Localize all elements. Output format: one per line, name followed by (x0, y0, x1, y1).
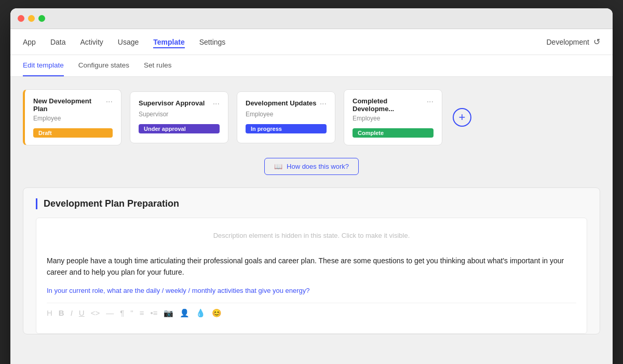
context-label: Development (547, 38, 590, 46)
toolbar-code-icon[interactable]: <> (91, 308, 100, 318)
stage-card-2[interactable]: Development Updates ··· Employee In prog… (237, 91, 335, 143)
nav-items: App Data Activity Usage Template Setting… (23, 36, 225, 48)
toolbar-ordered-list-icon[interactable]: ≡ (140, 308, 144, 318)
stage-title-0: New Development Plan (33, 97, 104, 113)
stage-title-3: Completed Developme... (353, 97, 425, 113)
nav-data[interactable]: Data (50, 36, 66, 48)
toolbar-hr-icon[interactable]: — (106, 308, 114, 318)
how-it-works-label: How does this work? (287, 163, 349, 170)
stage-dots-1[interactable]: ··· (213, 99, 220, 109)
stage-card-1[interactable]: Supervisor Approval ··· Supervisor Under… (130, 91, 228, 143)
nav-right: Development ↺ (547, 37, 601, 47)
stage-title-1: Supervisor Approval (139, 99, 211, 107)
toolbar-image-icon[interactable]: 📷 (164, 308, 173, 318)
sub-nav-edit-template[interactable]: Edit template (23, 55, 64, 76)
toolbar-bold-icon[interactable]: B (59, 308, 64, 318)
how-it-works-button[interactable]: 📖 How does this work? (264, 158, 359, 175)
stage-dots-3[interactable]: ··· (427, 97, 434, 106)
stage-badge-3: Complete (353, 128, 434, 138)
toolbar-underline-icon[interactable]: U (79, 308, 85, 318)
stages-row: New Development Plan ··· Employee Draft … (23, 89, 600, 145)
minimize-button[interactable] (28, 15, 35, 22)
sub-nav-set-rules[interactable]: Set rules (144, 55, 171, 76)
stage-badge-1: Under approval (139, 124, 220, 133)
panel-body-text: Many people have a tough time articulati… (47, 255, 576, 278)
refresh-icon[interactable]: ↺ (593, 37, 600, 47)
toolbar-italic-icon[interactable]: I (71, 308, 73, 318)
stage-dots-2[interactable]: ··· (320, 99, 327, 109)
toolbar-heading-icon[interactable]: H (47, 308, 52, 318)
stage-card-0[interactable]: New Development Plan ··· Employee Draft (23, 89, 121, 145)
stage-role-1: Supervisor (139, 111, 220, 118)
main-nav: App Data Activity Usage Template Setting… (10, 29, 613, 55)
stage-card-header-3: Completed Developme... ··· (353, 97, 434, 113)
nav-usage[interactable]: Usage (118, 36, 139, 48)
stage-card-header-0: New Development Plan ··· (33, 97, 113, 113)
sub-nav-configure-states[interactable]: Configure states (78, 55, 129, 76)
stage-badge-0: Draft (33, 128, 113, 138)
toolbar-unordered-list-icon[interactable]: •≡ (150, 308, 157, 318)
add-stage-button[interactable]: + (453, 108, 471, 127)
nav-template[interactable]: Template (153, 36, 184, 48)
panel-question: In your current role, what are the daily… (47, 287, 576, 294)
panel-inner: Description element is hidden in this st… (36, 218, 587, 334)
stage-badge-2: In progress (246, 124, 327, 133)
maximize-button[interactable] (38, 15, 45, 22)
toolbar-user-icon[interactable]: 👤 (180, 308, 189, 318)
toolbar-quote-icon[interactable]: " (130, 308, 133, 318)
stage-card-header-2: Development Updates ··· (246, 99, 327, 109)
toolbar-paragraph-icon[interactable]: ¶ (120, 308, 124, 318)
how-it-works-container: 📖 How does this work? (23, 158, 600, 175)
stage-role-3: Employee (353, 115, 434, 122)
nav-settings[interactable]: Settings (199, 36, 226, 48)
main-window: App Data Activity Usage Template Setting… (10, 8, 613, 364)
toolbar-emoji-icon[interactable]: 😊 (212, 308, 222, 318)
panel-title: Development Plan Preparation (36, 198, 587, 209)
stage-card-3[interactable]: Completed Developme... ··· Employee Comp… (344, 89, 442, 145)
close-button[interactable] (18, 15, 24, 22)
stage-dots-0[interactable]: ··· (106, 97, 113, 106)
hidden-state-message[interactable]: Description element is hidden in this st… (47, 226, 576, 245)
stage-title-2: Development Updates (246, 99, 318, 107)
stage-card-header-1: Supervisor Approval ··· (139, 99, 220, 109)
toolbar-drop-icon[interactable]: 💧 (196, 308, 206, 318)
titlebar (10, 8, 613, 29)
content-panel: Development Plan Preparation Description… (23, 187, 600, 334)
stage-role-2: Employee (246, 111, 327, 118)
traffic-lights (18, 15, 45, 22)
nav-activity[interactable]: Activity (80, 36, 103, 48)
sub-nav: Edit template Configure states Set rules (10, 55, 613, 77)
panel-toolbar: H B I U <> — ¶ " ≡ •≡ 📷 👤 💧 😊 (47, 303, 576, 325)
content-area: New Development Plan ··· Employee Draft … (10, 77, 613, 364)
nav-app[interactable]: App (23, 36, 36, 48)
stage-role-0: Employee (33, 115, 113, 122)
book-icon: 📖 (274, 163, 282, 170)
